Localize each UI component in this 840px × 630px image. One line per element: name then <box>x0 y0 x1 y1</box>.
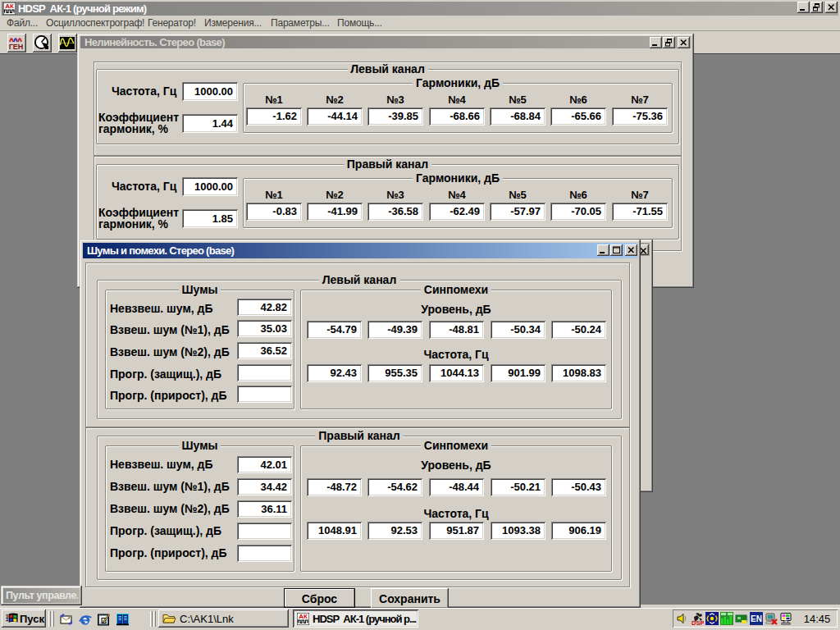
svg-text:АК: АК <box>299 613 308 620</box>
svg-text:ГЕН: ГЕН <box>9 43 24 51</box>
svg-text:DSP: DSP <box>692 619 704 626</box>
svg-text:EN: EN <box>751 614 762 623</box>
svg-text:АК: АК <box>5 2 14 10</box>
